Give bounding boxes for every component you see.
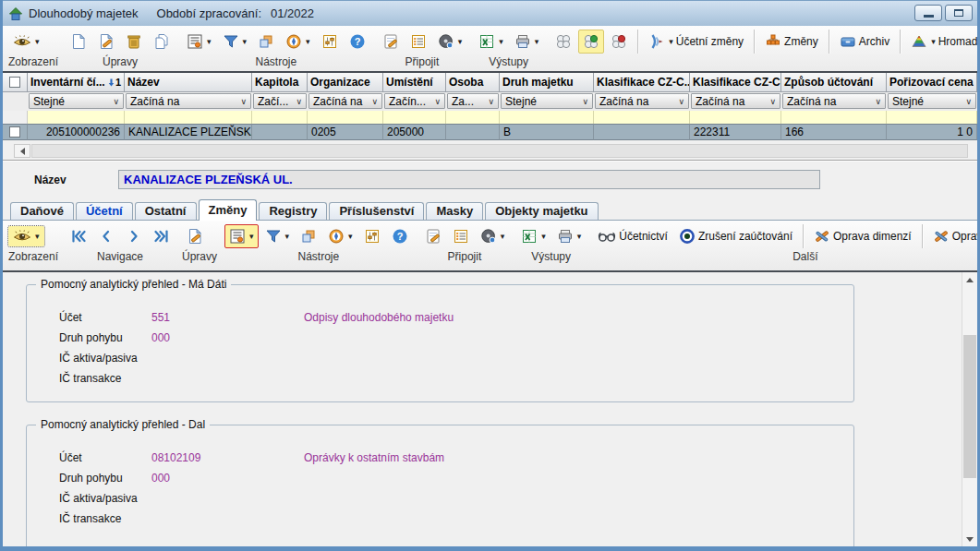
filter-input-klasifikace-cz-c[interactable] [594, 111, 690, 124]
cell-umisteni[interactable]: 205000 [383, 124, 446, 140]
parameters-button[interactable] [317, 30, 343, 54]
media-button[interactable]: ▾ [433, 30, 467, 54]
horizontal-scrollbar-thumb[interactable] [31, 144, 968, 158]
tab-browse-button[interactable]: ▾ [323, 224, 357, 248]
maximize-button[interactable] [945, 5, 973, 21]
column-header-umisteni[interactable]: Umístění [383, 73, 446, 92]
list-filter-button[interactable]: ▾ [182, 30, 216, 54]
tab-parameters-button[interactable] [359, 224, 385, 248]
column-header-zpusob-uctovani[interactable]: Způsob účtování [781, 73, 887, 92]
tab-merge-button[interactable] [296, 224, 321, 248]
column-header-organizace[interactable]: Organizace [308, 73, 383, 92]
filter-op-zpusob-uctovani[interactable]: Začíná na∨ [782, 93, 886, 109]
tab-objekty-majetku[interactable]: Objekty majetku [485, 202, 598, 220]
minimize-button[interactable] [914, 5, 942, 21]
filter-button[interactable]: ▾ [218, 30, 252, 54]
ucetni-zmeny-button[interactable]: ▾Účetní změny [644, 30, 748, 54]
cell-porizovaci-cena[interactable]: 1 0 [887, 124, 977, 140]
filter-input-klasifikace-cz-cc[interactable] [690, 111, 781, 124]
next-record-button[interactable] [121, 224, 147, 248]
select-all-checkbox[interactable] [9, 77, 20, 88]
hromadne-zmeny-button[interactable]: ▾Hromadné změny [906, 30, 980, 54]
cell-kapitola[interactable] [252, 124, 308, 140]
column-header-druh-majetku[interactable]: Druh majetku [500, 73, 594, 92]
filter-input-organizace[interactable] [308, 111, 383, 124]
cell-osoba[interactable] [446, 124, 500, 140]
delete-button[interactable] [121, 30, 147, 54]
filter-op-inventarni-cislo[interactable]: Stejné∨ [29, 93, 124, 109]
copy-button[interactable] [149, 30, 175, 54]
note-button[interactable] [378, 30, 404, 54]
tab-danove[interactable]: Daňové [10, 202, 74, 220]
scroll-left-button[interactable] [14, 144, 30, 158]
browse-button[interactable]: ▾ [281, 30, 315, 54]
attachment-list-button[interactable] [405, 30, 431, 54]
tab-list-filter-button[interactable]: ▾ [224, 224, 259, 248]
cell-inventarni-cislo[interactable]: 205100000236 [28, 124, 125, 140]
filter-input-zpusob-uctovani[interactable] [781, 111, 887, 124]
tab-help-button[interactable] [387, 224, 413, 248]
zruseni-zauctovani-button[interactable]: Zrušení zaúčtování [674, 224, 797, 248]
cell-klasifikace-cz-cc[interactable]: 222311 [690, 124, 781, 140]
filter-op-kapitola[interactable]: Začí...∨ [253, 93, 307, 109]
tab-excel-export-button[interactable]: ▾ [516, 224, 550, 248]
clover-gray-button[interactable] [550, 30, 576, 54]
filter-op-druh-majetku[interactable]: Stejné∨ [501, 93, 593, 109]
horizontal-scrollbar[interactable] [3, 143, 977, 160]
tab-view-button[interactable]: ▾ [8, 226, 44, 246]
column-header-klasifikace-cz-c[interactable]: Klasifikace CZ-C... [594, 73, 690, 92]
tab-ucetni[interactable]: Účetní [76, 202, 133, 220]
tab-registry[interactable]: Registry [259, 202, 327, 220]
archiv-button[interactable]: Archiv [835, 30, 894, 54]
filter-op-osoba[interactable]: Za...∨ [447, 93, 499, 109]
filter-input-kapitola[interactable] [252, 111, 308, 124]
filter-input-nazev[interactable] [125, 111, 252, 124]
vertical-scrollbar-track[interactable] [962, 287, 977, 532]
tab-media-button[interactable]: ▾ [476, 224, 510, 248]
view-button[interactable]: ▾ [8, 31, 44, 52]
print-button[interactable]: ▾ [510, 30, 544, 54]
tab-edit-button[interactable] [182, 224, 208, 248]
clover-red-button[interactable] [606, 30, 632, 54]
tab-zmeny[interactable]: Změny [199, 199, 258, 221]
filter-input-umisteni[interactable] [383, 111, 446, 124]
tab-filter-button[interactable]: ▾ [260, 224, 295, 248]
filter-input-inventarni-cislo[interactable] [28, 111, 125, 124]
last-record-button[interactable] [149, 224, 175, 248]
tab-attachment-list-button[interactable] [448, 224, 474, 248]
filter-op-klasifikace-cz-cc[interactable]: Začíná na∨ [691, 93, 780, 109]
filter-op-organizace[interactable]: Začíná na∨ [309, 93, 382, 109]
excel-export-button[interactable]: ▾ [474, 30, 508, 54]
tab-prislusenstvi[interactable]: Příslušenství [329, 202, 424, 220]
cell-druh-majetku[interactable]: B [500, 124, 594, 140]
column-header-klasifikace-cz-cc[interactable]: Klasifikace CZ-CC [690, 73, 781, 92]
column-header-nazev[interactable]: Název [125, 73, 252, 92]
column-header-kapitola[interactable]: Kapitola [252, 73, 308, 92]
filter-input-osoba[interactable] [446, 111, 500, 124]
edit-button[interactable] [93, 30, 119, 54]
vertical-scrollbar-thumb[interactable] [963, 335, 976, 478]
filter-op-klasifikace-cz-c[interactable]: Začíná na∨ [595, 93, 689, 109]
clover-green-button[interactable] [578, 30, 604, 54]
help-button[interactable] [345, 30, 370, 54]
column-header-inventarni-cislo[interactable]: Inventární čí...1 [28, 73, 125, 92]
filter-op-porizovaci-cena[interactable]: Stejné∨ [888, 93, 976, 109]
new-button[interactable] [66, 30, 91, 54]
tab-note-button[interactable] [420, 224, 446, 248]
prev-record-button[interactable] [93, 224, 119, 248]
row-checkbox[interactable] [9, 126, 20, 138]
filter-input-druh-majetku[interactable] [500, 111, 594, 124]
scroll-down-button[interactable] [962, 532, 977, 546]
vertical-scrollbar[interactable] [962, 272, 977, 546]
first-record-button[interactable] [66, 224, 91, 248]
cell-klasifikace-cz-c[interactable] [594, 124, 690, 140]
filter-op-nazev[interactable]: Začíná na∨ [126, 93, 251, 109]
cell-nazev[interactable]: KANALIZACE PLZEŇSKÁ ... [125, 124, 252, 140]
cell-zpusob-uctovani[interactable]: 166 [781, 124, 887, 140]
scroll-up-button[interactable] [962, 272, 977, 287]
oprava-pap-button[interactable]: Oprava PAP [928, 224, 980, 248]
zmeny-button[interactable]: Změny [760, 30, 823, 54]
tab-ostatni[interactable]: Ostatní [135, 202, 197, 220]
merge-button[interactable] [253, 30, 279, 54]
ucetnictvi-button[interactable]: Účetnictví [593, 226, 672, 246]
